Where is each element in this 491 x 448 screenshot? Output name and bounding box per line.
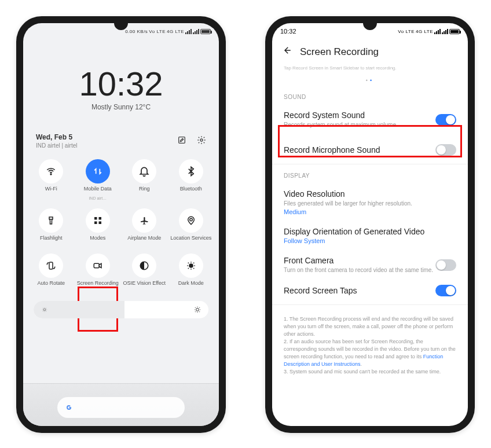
svg-rect-7 (98, 222, 101, 225)
svg-point-1 (200, 139, 203, 141)
tile-bluetooth[interactable]: Bluetooth (169, 157, 214, 203)
airplane-icon (139, 215, 149, 226)
qs-date: Wed, Feb 5 (36, 133, 78, 141)
home-blur (23, 383, 219, 426)
status-icons: 0.00 KB/s Vo LTE 4G LTE (125, 29, 211, 34)
row-record-mic[interactable]: Record Microphone Sound (272, 139, 468, 160)
bell-icon (138, 166, 150, 177)
status-time: 10:32 (280, 28, 296, 35)
svg-rect-9 (49, 262, 53, 269)
brightness-high-icon (193, 306, 201, 314)
tile-location[interactable]: Location Services (169, 206, 214, 248)
row-orientation[interactable]: Display Orientation of Generated Video F… (272, 221, 468, 250)
row-record-taps[interactable]: Record Screen Taps (272, 280, 468, 301)
toggle-front-camera[interactable] (435, 259, 456, 271)
qs-date-block: Wed, Feb 5 IND airtel | airtel (36, 133, 78, 149)
svg-rect-5 (98, 217, 101, 220)
clock-time: 10:32 (23, 67, 219, 101)
svg-rect-6 (94, 222, 97, 225)
section-display: DISPLAY (272, 168, 468, 183)
brightness-slider[interactable] (34, 301, 208, 318)
dark-mode-icon (186, 260, 196, 271)
settings-gear-icon[interactable] (197, 135, 206, 146)
svg-point-2 (50, 174, 52, 175)
quick-settings-grid: Wi-Fi Mobile Data IND airt… Ring Bluetoo… (23, 149, 219, 293)
edit-icon[interactable] (177, 135, 186, 146)
rotate-icon (46, 260, 56, 271)
tile-mobile-data[interactable]: Mobile Data IND airt… (76, 157, 120, 203)
back-arrow-icon[interactable] (281, 45, 292, 58)
svg-rect-10 (94, 263, 99, 268)
phone-left: 0.00 KB/s Vo LTE 4G LTE 10:32 Mostly Sun… (16, 16, 226, 433)
tile-wifi[interactable]: Wi-Fi (29, 157, 74, 203)
page-title: Screen Recording (300, 46, 379, 58)
tile-modes[interactable]: Modes (76, 206, 120, 248)
flashlight-icon (46, 215, 56, 226)
search-pill[interactable] (57, 397, 185, 418)
toggle-record-mic[interactable] (435, 144, 456, 156)
section-sound: SOUND (272, 89, 468, 105)
status-icons: Vo LTE 4G LTE (398, 29, 460, 34)
row-video-resolution[interactable]: Video Resolution Files generated will be… (272, 183, 468, 222)
row-front-camera[interactable]: Front Camera Turn on the front camera to… (272, 250, 468, 280)
wifi-icon (45, 166, 57, 177)
half-circle-icon (139, 260, 149, 271)
svg-rect-4 (94, 217, 97, 220)
svg-point-12 (189, 264, 193, 267)
toggle-record-taps[interactable] (435, 285, 456, 296)
tile-osie[interactable]: OSIE Vision Effect (122, 251, 167, 293)
weather-text: Mostly Sunny 12°C (23, 103, 219, 111)
brightness-low-icon (41, 306, 49, 314)
tile-flashlight[interactable]: Flashlight (29, 206, 74, 248)
screen-recording-settings: 10:32 Vo LTE 4G LTE Screen Recording Tap… (272, 23, 468, 426)
google-logo-icon (64, 403, 74, 412)
location-icon (186, 215, 196, 226)
page-dots: •• (272, 75, 468, 89)
svg-point-14 (196, 309, 199, 311)
bluetooth-icon (185, 166, 197, 177)
modes-icon (93, 215, 103, 226)
tile-airplane[interactable]: Airplane Mode (122, 206, 167, 248)
mobile-data-icon (92, 166, 104, 177)
lock-screen-quick-settings: 0.00 KB/s Vo LTE 4G LTE 10:32 Mostly Sun… (23, 23, 219, 426)
tile-dark-mode[interactable]: Dark Mode (169, 251, 214, 293)
tile-ring[interactable]: Ring (122, 157, 167, 203)
footnotes: 1. The Screen Recording process will end… (272, 309, 468, 387)
video-camera-icon (93, 260, 103, 271)
svg-rect-3 (49, 217, 53, 219)
tile-auto-rotate[interactable]: Auto Rotate (29, 251, 74, 293)
notch (114, 16, 128, 30)
qs-carrier: IND airtel | airtel (36, 142, 78, 149)
svg-rect-0 (179, 137, 185, 144)
phone-right: 10:32 Vo LTE 4G LTE Screen Recording Tap… (265, 16, 475, 433)
clock-block: 10:32 Mostly Sunny 12°C (23, 67, 219, 111)
hint-strip: Tap Record Screen in Smart Sidebar to st… (272, 65, 468, 75)
toggle-record-system-sound[interactable] (435, 114, 456, 126)
svg-point-13 (43, 309, 46, 311)
svg-point-8 (190, 218, 193, 221)
notch (363, 16, 377, 30)
